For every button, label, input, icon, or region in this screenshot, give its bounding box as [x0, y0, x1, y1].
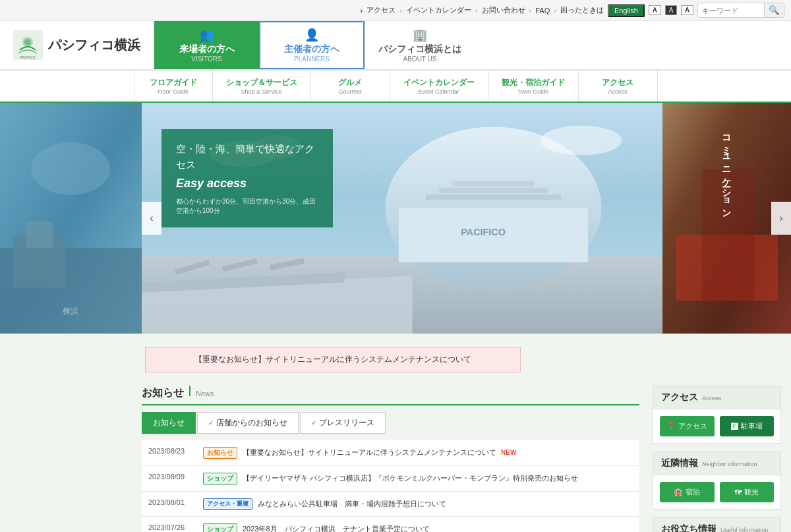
news-date-2: 2023/08/01	[148, 498, 198, 506]
sep4: ›	[554, 7, 556, 15]
subnav-access[interactable]: アクセス Access	[579, 71, 658, 102]
topbar-link-contact[interactable]: お問い合わせ	[482, 5, 525, 15]
lodging-btn-label: 宿泊	[686, 487, 700, 497]
news-item[interactable]: 2023/07/26 ショップ 2023年8月 パシフィコ横浜 テナント営業予定…	[142, 517, 639, 532]
topbar-link-help[interactable]: 困ったときは	[560, 5, 604, 15]
hotel-icon: 🏨	[674, 488, 683, 496]
svg-rect-7	[26, 222, 53, 248]
sidebar-useful-title-en: Useful information	[720, 527, 769, 532]
sidebar-access-card: アクセス Access 📍 アクセス 🅿 駐車場	[653, 386, 781, 444]
news-item[interactable]: 2023/08/09 ショップ 【デイリーヤマザキ パシフィコ横浜店】『ポケモン…	[142, 466, 639, 492]
sidebar-access-title-en: Access	[702, 395, 721, 401]
news-text-2: みなとみらい公共駐車場 満車・場内混雑予想日について	[258, 498, 633, 510]
right-preview-label: コミュニケーション	[721, 129, 733, 214]
slider-right-preview: › コミュニケーション	[662, 103, 791, 334]
news-date-1: 2023/08/09	[148, 473, 198, 481]
news-tab-shop[interactable]: ✓ 店舗からのお知らせ	[197, 412, 299, 434]
subnav-shop-service[interactable]: ショップ＆サービス Shop & Service	[213, 71, 311, 102]
top-bar: › アクセス › イベントカレンダー › お問い合わせ › FAQ › 困ったと…	[0, 0, 791, 21]
news-badge-3: ショップ	[203, 523, 237, 532]
tab-about-label: パシフィコ横浜とは	[378, 44, 461, 55]
subnav-gourmet-ja: グルメ	[324, 77, 376, 88]
subnav-town-guide-en: Town Guide	[502, 88, 565, 95]
news-text-0: 【重要なお知らせ】サイトリニューアルに伴うシステムメンテナンスについて NEW	[243, 447, 633, 458]
sep3: ›	[529, 7, 532, 15]
news-tab-press[interactable]: ✓ プレスリリース	[300, 412, 386, 434]
subnav-access-ja: アクセス	[592, 77, 644, 88]
pacifico-logo: PACIFICO	[13, 30, 43, 60]
subnav-event-calendar[interactable]: イベントカレンダー Event Calendar	[390, 71, 488, 102]
visitors-icon: 👥	[200, 28, 214, 42]
subnav-town-guide[interactable]: 観光・宿泊ガイド Town Guide	[488, 71, 579, 102]
sep1: ›	[399, 7, 402, 15]
check-icon-shop: ✓	[208, 419, 214, 427]
font-small-button[interactable]: A	[649, 5, 661, 15]
svg-point-8	[31, 142, 110, 195]
subnav-floor-guide[interactable]: フロアガイド Floor Guide	[134, 71, 213, 102]
parking-button[interactable]: 🅿 駐車場	[720, 416, 775, 436]
subnav-event-calendar-ja: イベントカレンダー	[403, 77, 475, 88]
subnav-shop-service-ja: ショップ＆サービス	[226, 77, 297, 88]
svg-rect-15	[439, 188, 547, 193]
tab-about-sublabel: ABOUT US	[403, 55, 437, 63]
news-item[interactable]: 2023/08/23 お知らせ 【重要なお知らせ】サイトリニューアルに伴うシステ…	[142, 440, 639, 466]
title-divider	[189, 386, 190, 396]
tab-visitors-label: 来場者の方へ	[179, 44, 235, 55]
news-badge-1: ショップ	[203, 473, 237, 485]
slider-prev-button[interactable]: ‹	[142, 202, 161, 235]
location-icon: 📍	[666, 422, 676, 430]
subnav-gourmet[interactable]: グルメ Gourmet	[311, 71, 390, 102]
slider-text-box: 空・陸・海、簡単で快適なアクセス Easy access 都心からわずか30分、…	[161, 129, 333, 227]
topbar-link-access[interactable]: アクセス	[366, 5, 396, 15]
sightseeing-button[interactable]: 🗺 観光	[720, 482, 775, 502]
font-large-button[interactable]: A	[681, 5, 693, 15]
slider-left-preview: 横浜	[0, 103, 142, 334]
notice-text: 【重要なお知らせ】サイトリニューアルに伴うシステムメンテナンスについて	[194, 354, 471, 365]
news-list: 2023/08/23 お知らせ 【重要なお知らせ】サイトリニューアルに伴うシステ…	[142, 440, 639, 532]
planners-icon: 👤	[305, 28, 319, 42]
sidebar-neighbor-title-en: Neighbor information	[702, 461, 757, 467]
slider-sub-text: 都心からわずか30分、羽田空港から30分、成田空港から100分	[176, 197, 318, 216]
news-tabs: お知らせ ✓ 店舗からのお知らせ ✓ プレスリリース	[142, 412, 639, 434]
access-button[interactable]: 📍 アクセス	[660, 416, 715, 436]
tab-planners[interactable]: 👤 主催者の方へ PLANNERS	[259, 21, 365, 69]
topbar-link-faq[interactable]: FAQ	[535, 7, 550, 15]
svg-text:PACIFICO: PACIFICO	[461, 227, 506, 237]
font-medium-button[interactable]: A	[665, 5, 678, 15]
news-tab-shop-label: 店舗からのお知らせ	[216, 417, 287, 429]
notice-bar[interactable]: 【重要なお知らせ】サイトリニューアルに伴うシステムメンテナンスについて	[145, 347, 521, 372]
tab-about[interactable]: 🏢 パシフィコ横浜とは ABOUT US	[365, 21, 475, 69]
language-button[interactable]: English	[608, 4, 645, 17]
logo-area: PACIFICO パシフィコ横浜	[0, 21, 154, 69]
subnav-floor-guide-en: Floor Guide	[148, 88, 199, 95]
subnav-gourmet-en: Gourmet	[324, 88, 376, 95]
news-new-badge-0: NEW	[501, 449, 516, 456]
topbar-link-event[interactable]: イベントカレンダー	[406, 5, 471, 15]
news-date-3: 2023/07/26	[148, 523, 198, 531]
slider-en-text: Easy access	[176, 177, 318, 191]
sidebar-neighbor-card: 近隣情報 Neighbor information 🏨 宿泊 🗺 観光	[653, 452, 781, 510]
search-input[interactable]	[698, 5, 764, 16]
news-tab-notice-label: お知らせ	[153, 417, 185, 429]
svg-text:横浜: 横浜	[63, 307, 78, 316]
search-button[interactable]: 🔍	[764, 3, 784, 17]
news-badge-2: アクセス・重複	[203, 498, 252, 510]
tab-visitors[interactable]: 👥 来場者の方へ VISITORS	[154, 21, 259, 69]
sightseeing-icon: 🗺	[734, 488, 742, 496]
news-date-0: 2023/08/23	[148, 447, 198, 455]
news-item[interactable]: 2023/08/01 アクセス・重複 みなとみらい公共駐車場 満車・場内混雑予想…	[142, 492, 639, 517]
news-title-ja: お知らせ	[142, 386, 184, 400]
svg-point-2	[24, 39, 31, 45]
sidebar-neighbor-buttons: 🏨 宿泊 🗺 観光	[653, 475, 780, 509]
slider-next-button[interactable]: ›	[771, 202, 791, 235]
site-name: パシフィコ横浜	[48, 36, 140, 54]
news-tab-press-label: プレスリリース	[319, 417, 374, 429]
news-tab-notice[interactable]: お知らせ	[142, 412, 196, 434]
lodging-button[interactable]: 🏨 宿泊	[660, 482, 715, 502]
tab-visitors-sublabel: VISITORS	[191, 55, 222, 63]
tab-planners-sublabel: PLANNERS	[294, 55, 330, 63]
tab-planners-label: 主催者の方へ	[284, 44, 339, 55]
parking-btn-label: 駐車場	[741, 421, 763, 431]
sidebar-access-header: アクセス Access	[653, 386, 780, 409]
search-box: 🔍	[697, 3, 784, 18]
